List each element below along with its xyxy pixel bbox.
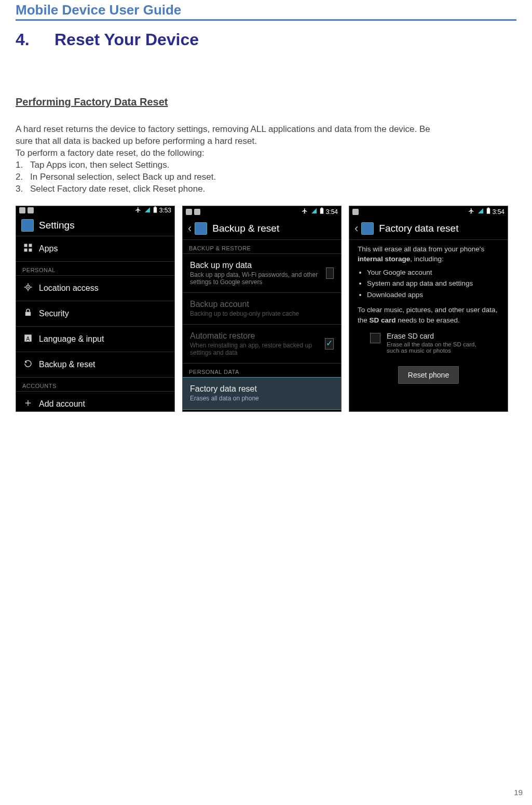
lock-icon	[23, 308, 33, 319]
svg-rect-1	[154, 206, 156, 207]
chapter-title: Reset Your Device	[54, 30, 199, 49]
info-bullet-list: Your Google account System and app data …	[358, 267, 499, 300]
svg-rect-4	[24, 248, 28, 251]
status-icon	[352, 209, 359, 215]
row-label: Language & input	[39, 334, 104, 344]
svg-rect-14	[487, 208, 489, 209]
battery-icon	[153, 206, 157, 215]
row-label: Location access	[39, 284, 99, 293]
screen-title-bar: ‹ Factory data reset	[349, 218, 508, 240]
back-chevron-icon[interactable]: ‹	[188, 222, 192, 235]
step-number: 2.	[16, 171, 30, 183]
plus-icon	[23, 398, 33, 410]
info-text: needs to be erased.	[396, 316, 460, 324]
svg-rect-11	[320, 208, 323, 213]
status-icon	[28, 207, 34, 213]
airplane-icon	[134, 207, 142, 214]
reset-phone-button[interactable]: Reset phone	[398, 366, 459, 384]
info-block: This will erase all data from your phone…	[349, 240, 508, 327]
status-icon	[19, 207, 25, 213]
row-subtitle: When reinstalling an app, restore backed…	[190, 342, 319, 356]
svg-rect-13	[486, 208, 489, 213]
info-text: This will erase all data from your phone…	[358, 245, 484, 253]
chapter-heading: 4.Reset Your Device	[16, 30, 516, 49]
checkbox[interactable]	[326, 267, 334, 279]
row-automatic-restore: Automatic restore When reinstalling an a…	[183, 325, 341, 364]
row-label: Apps	[39, 244, 58, 253]
status-bar: 3:54	[183, 206, 341, 218]
row-title: Erase SD card	[387, 332, 490, 340]
svg-point-7	[28, 286, 29, 288]
row-backup-account: Backup account Backing up to debug-only …	[183, 293, 341, 325]
screen-title-bar: ‹ Backup & reset	[183, 218, 341, 240]
status-icon	[194, 209, 200, 215]
airplane-icon	[301, 208, 308, 216]
info-text: , including:	[410, 255, 444, 263]
status-time: 3:54	[493, 208, 504, 216]
step-text: Tap Apps icon, then select Settings.	[30, 160, 169, 170]
chapter-number: 4.	[16, 30, 54, 49]
status-bar: 3:53	[16, 206, 174, 215]
section-subheading: Performing Factory Data Reset	[16, 96, 516, 108]
section-label-backup-restore: BACKUP & RESTORE	[183, 240, 341, 254]
step-text: In Personal selection, select Back up an…	[30, 172, 216, 182]
row-erase-sd-card[interactable]: Erase SD card Erase all the data on the …	[349, 327, 508, 357]
settings-row-security[interactable]: Security	[16, 301, 174, 327]
row-subtitle: Backing up to debug-only private cache	[190, 310, 299, 317]
checkbox-checked	[325, 338, 334, 350]
screenshot-row: 3:53 Settings Apps PERSONAL Location acc…	[16, 206, 516, 412]
battery-icon	[320, 207, 324, 216]
list-item: System and app data and settings	[367, 278, 499, 289]
status-icon	[186, 209, 192, 215]
settings-row-apps[interactable]: Apps	[16, 236, 174, 262]
settings-row-location[interactable]: Location access	[16, 276, 174, 301]
row-subtitle: Erases all data on phone	[190, 395, 259, 402]
location-icon	[23, 283, 33, 294]
row-factory-data-reset[interactable]: Factory data reset Erases all data on ph…	[183, 378, 341, 409]
status-time: 3:54	[326, 208, 338, 216]
step-number: 3.	[16, 183, 30, 195]
signal-icon	[144, 207, 151, 214]
status-bar: 3:54	[349, 206, 508, 218]
list-item: Downloaded apps	[367, 290, 499, 300]
settings-icon	[195, 222, 207, 235]
signal-icon	[477, 208, 484, 216]
screenshot-factory-data-reset: 3:54 ‹ Factory data reset This will eras…	[349, 206, 508, 412]
step-text: Select Factory date reset, click Reset p…	[30, 184, 205, 194]
row-back-up-my-data[interactable]: Back up my data Back up app data, Wi-Fi …	[183, 254, 341, 293]
settings-row-add-account[interactable]: Add account	[16, 392, 174, 412]
airplane-icon	[468, 208, 475, 216]
checkbox[interactable]	[370, 333, 380, 343]
row-label: Backup & reset	[39, 360, 96, 369]
section-label-accounts: ACCOUNTS	[16, 378, 174, 392]
svg-rect-5	[29, 248, 32, 251]
apps-icon	[23, 243, 33, 254]
row-title: Factory data reset	[190, 384, 257, 393]
screen-title: Factory data reset	[379, 223, 458, 234]
svg-text:A: A	[26, 335, 30, 341]
body-text: A hard reset returns the device to facto…	[16, 124, 441, 195]
settings-icon	[21, 219, 34, 232]
svg-rect-0	[153, 207, 156, 212]
language-icon: A	[23, 333, 33, 345]
row-subtitle: Erase all the data on the SD card, such …	[387, 341, 490, 354]
list-item: Your Google account	[367, 267, 499, 278]
row-title: Back up my data	[190, 261, 252, 270]
info-text-bold: SD card	[370, 316, 396, 324]
document-header: Mobile Device User Guide	[16, 0, 516, 21]
settings-row-backup-reset[interactable]: Backup & reset	[16, 352, 174, 378]
back-chevron-icon[interactable]: ‹	[354, 222, 358, 235]
intro-line: To perform a factory date reset, do the …	[16, 147, 441, 159]
settings-icon	[361, 222, 374, 235]
signal-icon	[310, 208, 318, 216]
row-label: Security	[39, 309, 69, 318]
screen-title: Backup & reset	[212, 223, 279, 234]
svg-rect-8	[25, 312, 31, 316]
settings-row-language[interactable]: A Language & input	[16, 327, 174, 352]
intro-paragraph: A hard reset returns the device to facto…	[16, 124, 441, 147]
screenshot-backup-reset: 3:54 ‹ Backup & reset BACKUP & RESTORE B…	[182, 206, 342, 412]
svg-rect-2	[24, 244, 28, 247]
svg-rect-12	[321, 208, 322, 209]
screen-title-bar: Settings	[16, 215, 174, 236]
step-number: 1.	[16, 159, 30, 171]
